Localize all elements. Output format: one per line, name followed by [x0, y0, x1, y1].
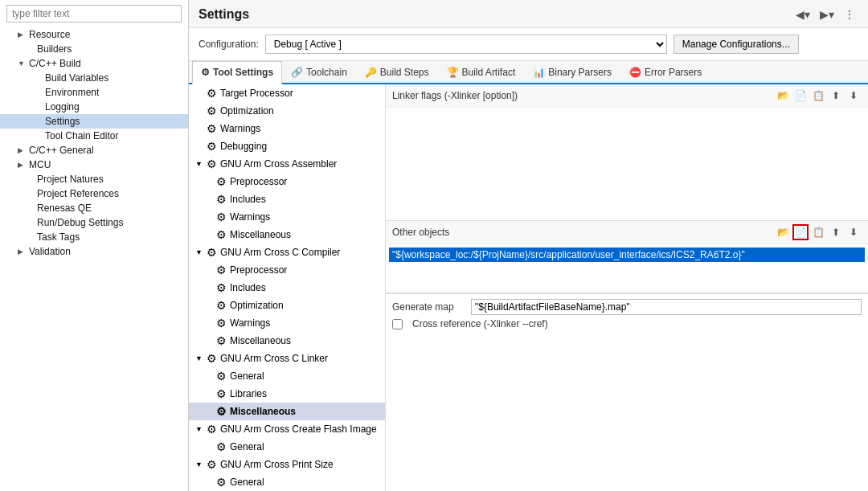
- cross-ref-checkbox[interactable]: [392, 319, 403, 329]
- tree-item-libraries-c[interactable]: ⚙Libraries: [189, 385, 385, 403]
- tab-tool-settings[interactable]: ⚙ Tool Settings: [192, 61, 282, 84]
- tree-item-gnu-assembler[interactable]: ▼⚙GNU Arm Cross Assembler: [189, 155, 385, 173]
- add-workspace-btn-linker[interactable]: 📂: [775, 88, 791, 104]
- nav-menu-button[interactable]: ⋮: [841, 6, 858, 23]
- tree-item-warnings-a[interactable]: ⚙Warnings: [189, 208, 385, 226]
- add-file-btn-objects[interactable]: 📄: [792, 224, 809, 240]
- tree-item-includes-b[interactable]: ⚙Includes: [189, 279, 385, 297]
- tree-item-label-misc-c: Miscellaneous: [230, 406, 296, 417]
- tree-item-optimization-b[interactable]: ⚙Optimization: [189, 297, 385, 314]
- sidebar-item-label-renesas-qe: Renesas QE: [37, 203, 92, 214]
- copy-btn-linker[interactable]: 📋: [810, 88, 826, 104]
- tree-item-warnings[interactable]: ⚙Warnings: [189, 120, 385, 137]
- manage-configurations-button[interactable]: Manage Configurations...: [674, 35, 799, 54]
- tree-item-general-c[interactable]: ⚙General: [189, 367, 385, 385]
- tree-item-misc-a[interactable]: ⚙Miscellaneous: [189, 226, 385, 243]
- tabs-bar: ⚙ Tool Settings 🔗 Toolchain 🔑 Build Step…: [189, 61, 868, 84]
- tree-item-label-gnu-c-linker: GNU Arm Cross C Linker: [220, 353, 328, 364]
- sidebar-item-validation[interactable]: ▶Validation: [0, 244, 188, 259]
- tree-item-misc-b[interactable]: ⚙Miscellaneous: [189, 332, 385, 350]
- sidebar-item-builders[interactable]: Builders: [0, 42, 188, 56]
- move-down-btn-objects[interactable]: ⬇: [845, 224, 862, 240]
- filter-input[interactable]: [6, 5, 182, 23]
- gear-icon-misc-b: ⚙: [216, 334, 227, 347]
- tree-item-includes-a[interactable]: ⚙Includes: [189, 190, 385, 208]
- tree-item-gnu-print[interactable]: ▼⚙GNU Arm Cross Print Size: [189, 456, 385, 473]
- tree-item-general-p[interactable]: ⚙General: [189, 473, 385, 491]
- tab-build-artifact[interactable]: 🏆 Build Artifact: [438, 61, 525, 83]
- copy-btn-objects[interactable]: 📋: [810, 224, 826, 240]
- gear-icon-libraries-c: ⚙: [216, 387, 227, 400]
- other-objects-actions: 📂 📄 📋 ⬆ ⬇: [775, 224, 862, 240]
- generate-map-label: Generate map: [392, 301, 465, 313]
- tree-item-label-debugging: Debugging: [220, 141, 267, 152]
- tree-item-label-general-f: General: [230, 441, 264, 452]
- gear-icon-general-c: ⚙: [216, 370, 227, 383]
- tree-item-label-warnings-a: Warnings: [230, 211, 270, 223]
- linker-flags-actions: 📂 📄 📋 ⬆ ⬇: [775, 88, 862, 104]
- nav-forward-button[interactable]: ▶▾: [817, 6, 837, 23]
- generate-map-input[interactable]: [471, 299, 862, 315]
- gear-icon-includes-b: ⚙: [216, 281, 227, 294]
- gear-icon-warnings: ⚙: [207, 122, 217, 135]
- sidebar-item-label-validation: Validation: [29, 246, 71, 257]
- tree-item-preprocessor-a[interactable]: ⚙Preprocessor: [189, 173, 385, 190]
- tree-item-general-f[interactable]: ⚙General: [189, 438, 385, 456]
- config-label: Configuration:: [199, 39, 259, 50]
- tree-item-preprocessor-b[interactable]: ⚙Preprocessor: [189, 261, 385, 279]
- other-objects-header: Other objects 📂 📄 📋 ⬆ ⬇: [386, 221, 868, 244]
- sidebar-item-task-tags[interactable]: Task Tags: [0, 230, 188, 244]
- tab-toolchain[interactable]: 🔗 Toolchain: [282, 61, 356, 83]
- tree-item-gnu-c-linker[interactable]: ▼⚙GNU Arm Cross C Linker: [189, 350, 385, 367]
- tab-build-steps[interactable]: 🔑 Build Steps: [356, 61, 438, 83]
- tree-item-target-processor[interactable]: ⚙Target Processor: [189, 84, 385, 102]
- sidebar-item-label-cpp-build: C/C++ Build: [29, 58, 81, 69]
- sidebar-item-renesas-qe[interactable]: Renesas QE: [0, 201, 188, 215]
- arrow-icon-cpp-general: ▶: [18, 146, 26, 154]
- cross-ref-row: Cross reference (-Xlinker --cref): [392, 318, 862, 329]
- tree-item-gnu-flash[interactable]: ▼⚙GNU Arm Cross Create Flash Image: [189, 420, 385, 438]
- sidebar-item-cpp-general[interactable]: ▶C/C++ General: [0, 143, 188, 158]
- nav-back-button[interactable]: ◀▾: [792, 6, 813, 23]
- move-down-btn-linker[interactable]: ⬇: [845, 88, 862, 104]
- sidebar-item-cpp-build[interactable]: ▼C/C++ Build: [0, 56, 188, 71]
- tree-item-misc-c[interactable]: ⚙Miscellaneous: [189, 403, 385, 420]
- gear-icon-general-f: ⚙: [216, 440, 227, 453]
- tree-item-optimization[interactable]: ⚙Optimization: [189, 102, 385, 120]
- tree-panel: ⚙Target Processor⚙Optimization⚙Warnings⚙…: [189, 84, 386, 491]
- sidebar-item-build-variables[interactable]: Build Variables: [0, 71, 188, 85]
- generate-map-row: Generate map: [392, 299, 862, 315]
- header-nav: ◀▾ ▶▾ ⋮: [792, 6, 858, 23]
- tab-error-parsers[interactable]: ⛔ Error Parsers: [620, 61, 710, 83]
- tree-item-debugging[interactable]: ⚙Debugging: [189, 137, 385, 155]
- tree-item-label-general-p: General: [230, 477, 264, 488]
- tree-item-label-optimization-b: Optimization: [230, 300, 284, 311]
- sidebar-item-logging[interactable]: Logging: [0, 100, 188, 114]
- gear-icon-warnings-a: ⚙: [216, 211, 227, 223]
- sidebar-item-mcu[interactable]: ▶MCU: [0, 158, 188, 172]
- move-up-btn-objects[interactable]: ⬆: [828, 224, 844, 240]
- binary-parsers-icon: 📊: [533, 67, 545, 78]
- sidebar-item-label-run-debug-settings: Run/Debug Settings: [37, 217, 123, 228]
- selected-object-item[interactable]: "${workspace_loc:/${ProjName}/src/applic…: [389, 248, 865, 262]
- sidebar-item-project-references[interactable]: Project References: [0, 186, 188, 201]
- sidebar-item-toolchain-editor[interactable]: Tool Chain Editor: [0, 129, 188, 143]
- gear-icon-includes-a: ⚙: [216, 193, 227, 206]
- tree-item-label-gnu-flash: GNU Arm Cross Create Flash Image: [220, 423, 377, 435]
- tree-item-warnings-b[interactable]: ⚙Warnings: [189, 314, 385, 332]
- tab-binary-parsers[interactable]: 📊 Binary Parsers: [524, 61, 620, 83]
- add-file-btn-linker[interactable]: 📄: [792, 88, 809, 104]
- sidebar-item-project-natures[interactable]: Project Natures: [0, 172, 188, 186]
- gear-icon-optimization-b: ⚙: [216, 299, 227, 312]
- sidebar-item-run-debug-settings[interactable]: Run/Debug Settings: [0, 215, 188, 230]
- sidebar-item-resource[interactable]: ▶Resource: [0, 27, 188, 42]
- sidebar-item-environment[interactable]: Environment: [0, 85, 188, 100]
- tree-item-gnu-c-compiler[interactable]: ▼⚙GNU Arm Cross C Compiler: [189, 243, 385, 261]
- expand-icon-gnu-c-linker: ▼: [195, 354, 203, 362]
- config-select[interactable]: Debug [ Active ]: [265, 35, 667, 54]
- sidebar-item-settings[interactable]: Settings: [0, 114, 188, 129]
- move-up-btn-linker[interactable]: ⬆: [828, 88, 844, 104]
- add-workspace-btn-objects[interactable]: 📂: [775, 224, 791, 240]
- toolchain-icon: 🔗: [291, 67, 303, 78]
- other-objects-body[interactable]: "${workspace_loc:/${ProjName}/src/applic…: [386, 244, 868, 293]
